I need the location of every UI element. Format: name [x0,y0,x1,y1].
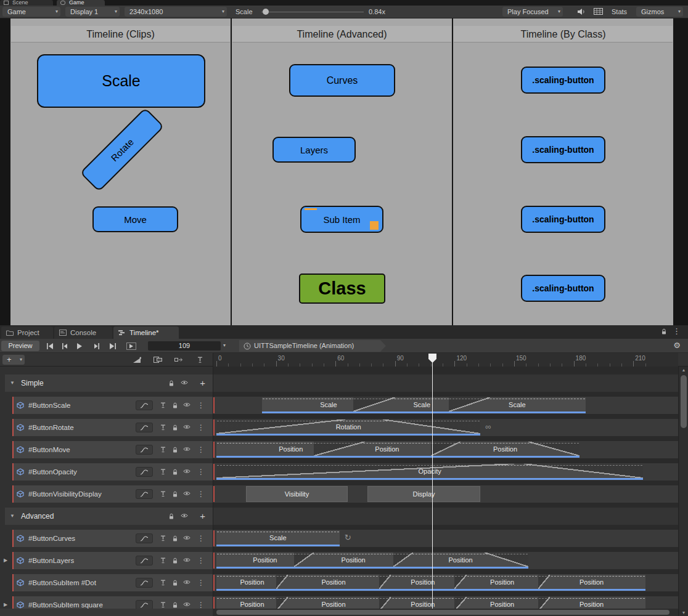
tab-project[interactable]: Project [1,326,53,339]
lock-icon[interactable] [172,447,178,453]
timeline-clip[interactable]: Display [367,486,481,502]
playhead[interactable] [432,354,433,609]
view-mode-dropdown[interactable]: Game ▾ [2,7,60,17]
kebab-menu-icon[interactable]: ⋮ [197,401,205,410]
timeline-clip[interactable]: Scale [449,397,586,413]
track-header[interactable]: #ButtonScale⋮ [12,397,213,414]
kebab-menu-icon[interactable]: ⋮ [197,534,205,543]
kebab-menu-icon[interactable]: ⋮ [197,490,205,498]
class-button[interactable]: Class [299,274,385,304]
collapse-arrow-icon[interactable]: ▼ [10,513,15,519]
tab-game[interactable]: Game [57,0,105,6]
lock-icon[interactable] [172,424,178,431]
eye-icon[interactable] [183,469,190,474]
expand-arrow-icon[interactable]: ▶ [4,602,7,607]
track-header[interactable]: #ButtonOpacity⋮ [12,463,213,480]
add-track-dropdown[interactable]: + ▾ [2,355,25,365]
kebab-menu-icon[interactable]: ⋮ [673,326,681,336]
lock-icon[interactable] [172,580,178,586]
lock-icon[interactable] [172,557,178,564]
go-to-start-button[interactable] [43,341,57,351]
gear-icon[interactable]: ⚙ [673,341,681,350]
scaling-button[interactable]: .scaling-button [521,136,605,163]
scaling-button[interactable]: .scaling-button [521,206,605,233]
marker-pin-icon[interactable] [191,355,208,365]
curves-toggle-button[interactable] [136,533,153,543]
preview-toggle-button[interactable]: Preview [1,341,39,351]
resolution-dropdown[interactable]: 2340x1080 ▾ [125,7,227,17]
curves-toggle-button[interactable] [136,400,153,410]
pin-icon[interactable] [160,557,166,564]
track-header[interactable]: ▶#ButtonSubItem square⋮ [12,596,213,609]
pin-icon[interactable] [160,447,166,453]
pin-icon[interactable] [160,580,166,586]
eye-icon[interactable] [183,447,190,452]
scale-slider[interactable] [261,11,364,14]
chevron-down-icon[interactable]: ▾ [223,342,226,348]
pin-icon[interactable] [160,535,166,541]
tab-console[interactable]: Console [54,326,112,339]
track-header[interactable]: #ButtonMove⋮ [12,441,213,458]
timeline-clip[interactable]: Scale [216,530,340,546]
kebab-menu-icon[interactable]: ⋮ [197,423,205,432]
eye-icon[interactable] [181,513,188,518]
scale-button[interactable]: Scale [37,54,205,108]
stats-button[interactable]: Stats [612,8,627,16]
track-header[interactable]: #ButtonCurves⋮ [12,530,213,547]
curves-view-icon[interactable] [128,355,145,365]
group-row[interactable]: ▼Simple+ [5,375,213,392]
lock-icon[interactable] [172,491,178,498]
timeline-clip[interactable]: Position [276,575,391,591]
tab-timeline[interactable]: Timeline* [113,326,179,339]
add-track-button[interactable]: + [200,511,205,521]
scroll-down-icon[interactable]: ▼ [679,610,688,615]
track-header[interactable]: #ButtonVisibilityDisplay⋮ [12,485,213,503]
lock-icon[interactable] [172,469,178,476]
tab-scene[interactable]: Scene [0,0,53,6]
timeline-clip[interactable]: Position [431,442,580,458]
mute-audio-icon[interactable] [577,8,589,17]
scaling-button[interactable]: .scaling-button [521,275,605,302]
layers-button[interactable]: Layers [272,137,356,163]
pin-icon[interactable] [160,424,166,431]
curves-toggle-button[interactable] [136,423,153,432]
go-to-end-button[interactable] [106,341,120,351]
vertical-scrollbar-thumb[interactable] [681,375,687,428]
grid-icon[interactable] [594,8,606,17]
display-dropdown[interactable]: Display 1 ▾ [65,7,120,17]
timeline-clip[interactable]: Position [379,597,467,609]
move-button[interactable]: Move [92,206,178,232]
timeline-ruler[interactable]: 0306090120150180210 [213,353,678,367]
expand-arrow-icon[interactable]: ▶ [4,557,7,563]
gizmos-dropdown[interactable]: Gizmos ▾ [636,7,683,17]
timeline-clip[interactable]: Rotation [216,419,480,436]
eye-icon[interactable] [183,580,190,585]
curves-toggle-button[interactable] [136,489,153,499]
breadcrumb[interactable]: UITTSampleTimeline (Animation) [239,340,386,352]
edit-mode-mix-icon[interactable] [149,355,166,365]
eye-icon[interactable] [183,402,190,407]
track-header[interactable]: #ButtonRotate⋮ [12,419,213,436]
play-range-button[interactable] [123,341,139,351]
kebab-menu-icon[interactable]: ⋮ [197,578,205,587]
play-focused-dropdown[interactable]: Play Focused ▾ [502,7,563,17]
eye-icon[interactable] [183,602,190,607]
eye-icon[interactable] [183,491,190,496]
collapse-arrow-icon[interactable]: ▼ [10,380,15,386]
timeline-clip[interactable]: Visibility [246,486,347,502]
current-frame-input[interactable]: 109 [148,341,221,351]
timeline-clip[interactable]: Opacity [216,464,643,480]
horizontal-scrollbar[interactable] [213,609,678,616]
kebab-menu-icon[interactable]: ⋮ [197,556,205,565]
timeline-clip[interactable]: Position [379,575,467,591]
next-frame-button[interactable] [90,341,104,351]
sub-item-button[interactable]: Sub Item [300,206,383,233]
timeline-clip[interactable]: Position [276,597,391,609]
curves-toggle-button[interactable] [136,556,153,565]
pin-icon[interactable] [160,469,166,475]
curves-toggle-button[interactable] [136,600,153,609]
kebab-menu-icon[interactable]: ⋮ [197,468,205,476]
lock-icon[interactable] [168,513,174,520]
eye-icon[interactable] [183,424,190,429]
timeline-clip[interactable]: Position [538,597,645,609]
